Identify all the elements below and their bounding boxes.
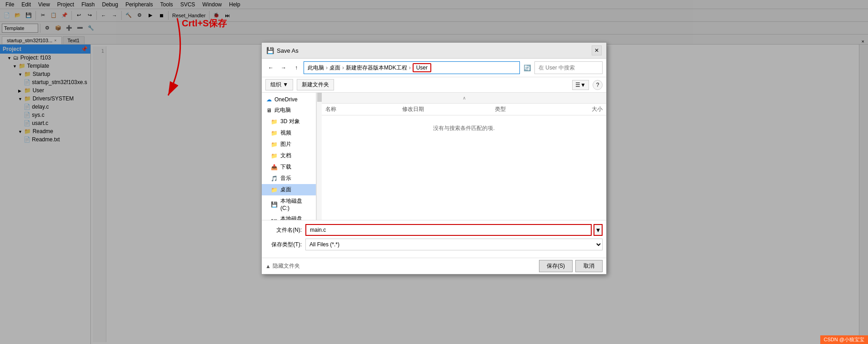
- col-name: 名称: [325, 105, 402, 113]
- nav-downloads[interactable]: 📥 下载: [262, 161, 316, 173]
- nav-video[interactable]: 📁 视频: [262, 127, 316, 139]
- file-list: ∧ 名称 修改日期 类型 大小 没有与搜索条件匹配的项.: [322, 93, 606, 220]
- onedrive-label: OneDrive: [274, 96, 298, 103]
- drive-d-label: 本地磁盘 (D:): [280, 215, 311, 220]
- path-sep3: ›: [409, 65, 411, 71]
- folder-video-label: 视频: [280, 129, 291, 137]
- dialog-title-icon: 💾: [266, 47, 274, 54]
- folder-3d-icon: 📁: [271, 119, 278, 125]
- dialog-content: ☁ OneDrive 🖥 此电脑 📁 3D 对象 📁 视频: [262, 93, 606, 220]
- folder-docs-icon: 📁: [271, 153, 278, 159]
- nav-thispc[interactable]: 🖥 此电脑: [262, 105, 316, 116]
- folder-pictures-label: 图片: [280, 140, 291, 148]
- nav-panel-wrapper: ☁ OneDrive 🖥 此电脑 📁 3D 对象 📁 视频: [262, 93, 322, 220]
- dialog-actions: 保存(S) 取消: [539, 260, 603, 272]
- col-size: 大小: [556, 105, 603, 113]
- filename-row: 文件名(N): ▼: [265, 224, 603, 236]
- filetype-row: 保存类型(T): All Files (*.*): [265, 239, 603, 250]
- onedrive-icon: ☁: [266, 96, 272, 103]
- filename-dropdown-btn[interactable]: ▼: [594, 224, 603, 236]
- folder-dl-label: 下载: [280, 163, 291, 171]
- folder-desktop-label: 桌面: [280, 186, 291, 194]
- addr-up-btn[interactable]: ↑: [291, 62, 302, 73]
- folder-music-label: 音乐: [280, 174, 291, 182]
- path-desktop: 桌面: [329, 64, 340, 72]
- folder-music-icon: 🎵: [271, 175, 278, 182]
- pc-label: 此电脑: [274, 106, 291, 114]
- path-pc: 此电脑: [308, 64, 324, 72]
- hide-arrow-icon: ▲: [265, 263, 271, 269]
- drive-c-label: 本地磁盘 (C:): [280, 197, 311, 211]
- path-project: 新建密存器版本MDK工程: [346, 64, 407, 72]
- hide-files-toggle[interactable]: ▲ 隐藏文件夹: [265, 262, 300, 270]
- help-btn[interactable]: ?: [593, 80, 603, 90]
- addr-back-btn[interactable]: ←: [265, 62, 276, 73]
- addr-refresh-btn[interactable]: 🔄: [522, 62, 533, 73]
- col-date: 修改日期: [402, 105, 494, 113]
- address-path[interactable]: 此电脑 › 桌面 › 新建密存器版本MDK工程 › User: [304, 61, 520, 74]
- empty-message: 没有与搜索条件匹配的项.: [322, 115, 606, 141]
- address-bar: ← → ↑ 此电脑 › 桌面 › 新建密存器版本MDK工程 › User 🔄: [262, 59, 606, 77]
- nav-drive-c[interactable]: 💾 本地磁盘 (C:): [262, 195, 316, 213]
- new-folder-btn[interactable]: 新建文件夹: [297, 79, 334, 90]
- filename-input[interactable]: [305, 224, 592, 236]
- hide-files-label: 隐藏文件夹: [273, 262, 300, 270]
- sort-chevron: ∧: [463, 95, 466, 100]
- dialog-title-bar: 💾 Save As ✕: [262, 43, 606, 59]
- save-as-dialog: 💾 Save As ✕ ← → ↑ 此电脑 › 桌面 › 新建密存器版本MDK工…: [261, 42, 607, 274]
- dialog-title-text: Save As: [277, 47, 299, 54]
- save-button[interactable]: 保存(S): [539, 260, 573, 272]
- drive-c-icon: 💾: [271, 201, 278, 208]
- pc-icon: 🖥: [266, 107, 272, 114]
- nav-scroll-thumb: [317, 93, 322, 102]
- folder-desktop-icon: 📁: [271, 187, 278, 193]
- nav-music[interactable]: 🎵 音乐: [262, 173, 316, 184]
- folder-3d-label: 3D 对象: [280, 118, 300, 125]
- file-toolbar: 组织 ▼ 新建文件夹 ☰▼ ?: [262, 77, 606, 93]
- col-type: 类型: [495, 105, 557, 113]
- dialog-footer: ▲ 隐藏文件夹 保存(S) 取消: [262, 258, 606, 274]
- folder-dl-icon: 📥: [271, 164, 278, 170]
- filename-label: 文件名(N):: [265, 226, 302, 234]
- drive-d-icon: 💾: [271, 219, 278, 220]
- dialog-bottom: 文件名(N): ▼ 保存类型(T): All Files (*.*): [262, 220, 606, 258]
- nav-3d[interactable]: 📁 3D 对象: [262, 116, 316, 127]
- path-sep2: ›: [342, 65, 344, 71]
- nav-scrollbar[interactable]: [316, 93, 322, 220]
- dialog-close-btn[interactable]: ✕: [592, 45, 602, 55]
- nav-drive-d[interactable]: 💾 本地磁盘 (D:): [262, 213, 316, 220]
- dialog-overlay: 💾 Save As ✕ ← → ↑ 此电脑 › 桌面 › 新建密存器版本MDK工…: [0, 0, 868, 344]
- search-input[interactable]: [534, 61, 603, 74]
- path-user: User: [413, 63, 431, 72]
- nav-desktop[interactable]: 📁 桌面: [262, 184, 316, 195]
- cancel-button[interactable]: 取消: [575, 260, 603, 272]
- filetype-label: 保存类型(T):: [265, 241, 302, 249]
- nav-panel: ☁ OneDrive 🖥 此电脑 📁 3D 对象 📁 视频: [262, 93, 316, 220]
- folder-pictures-icon: 📁: [271, 141, 278, 148]
- nav-documents[interactable]: 📁 文档: [262, 150, 316, 161]
- folder-video-icon: 📁: [271, 130, 278, 136]
- view-toggle-btn[interactable]: ☰▼: [572, 80, 589, 90]
- csdn-badge: CSDN @小狼宝宝: [820, 335, 868, 344]
- nav-pictures[interactable]: 📁 图片: [262, 139, 316, 150]
- file-list-columns: 名称 修改日期 类型 大小: [322, 104, 606, 115]
- file-list-sort-header: ∧: [322, 93, 606, 104]
- organize-btn[interactable]: 组织 ▼: [265, 79, 293, 90]
- folder-docs-label: 文档: [280, 152, 291, 160]
- nav-onedrive[interactable]: ☁ OneDrive: [262, 95, 316, 105]
- path-sep1: ›: [326, 65, 328, 71]
- filetype-select[interactable]: All Files (*.*): [305, 239, 603, 250]
- addr-fwd-btn[interactable]: →: [278, 62, 289, 73]
